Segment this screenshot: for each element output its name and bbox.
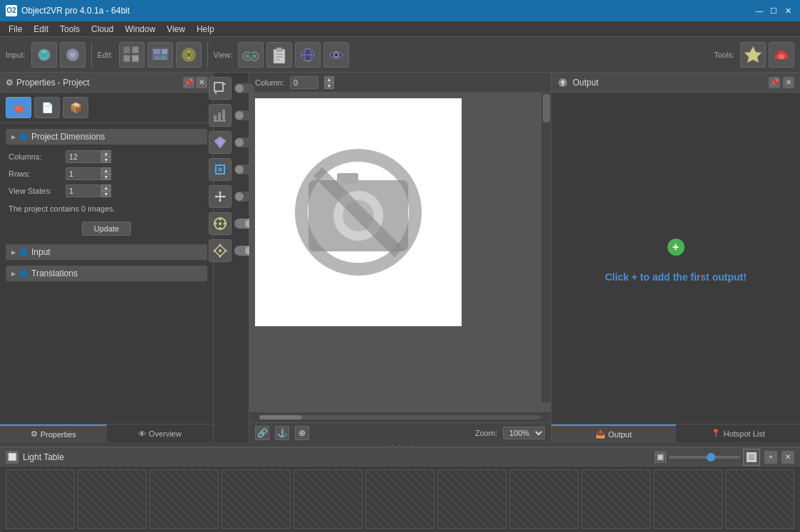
columns-spinner[interactable]: ▲ ▼	[66, 150, 111, 163]
rows-down[interactable]: ▼	[101, 174, 111, 180]
edit-grid-button[interactable]	[119, 42, 145, 68]
canvas-hscrollbar[interactable]	[249, 412, 551, 422]
menu-file[interactable]: File	[3, 23, 28, 36]
columns-input[interactable]	[66, 150, 101, 163]
tab-output[interactable]: 📤 Output	[551, 424, 676, 442]
hotspot1-tool[interactable]	[209, 212, 232, 235]
output-close-button[interactable]: ✕	[783, 77, 794, 88]
input-settings-button[interactable]	[60, 42, 85, 68]
properties-pin-button[interactable]: 📌	[183, 77, 194, 88]
overview-tab-icon: 👁	[138, 429, 146, 438]
project-dimensions-header[interactable]: ▶ Project Dimensions	[6, 129, 207, 145]
svg-point-12	[187, 53, 191, 57]
section-arrow: ▶	[11, 134, 16, 140]
light-table-cell	[509, 469, 578, 529]
tab-project[interactable]: 🫖	[6, 97, 31, 118]
tab-page[interactable]: 📄	[34, 97, 60, 118]
view-states-spinner[interactable]: ▲ ▼	[66, 184, 111, 197]
canvas-hscroll-thumb[interactable]	[259, 415, 302, 419]
diamond-tool[interactable]	[209, 131, 232, 154]
column-input[interactable]	[290, 76, 318, 89]
close-button[interactable]: ✕	[781, 4, 794, 17]
input-header[interactable]: ▶ Input	[6, 244, 207, 260]
view-states-up[interactable]: ▲	[101, 184, 111, 191]
svg-point-1	[41, 51, 47, 53]
hotspot2-tool[interactable]	[209, 239, 232, 262]
tab-properties[interactable]: ⚙ Properties	[0, 424, 107, 442]
edit-special-button[interactable]	[176, 42, 202, 68]
tools-wizard-button[interactable]	[740, 42, 766, 68]
lt-img-right[interactable]	[743, 449, 760, 466]
lt-brightness-slider[interactable]	[669, 456, 740, 459]
tools-cloud-button[interactable]	[769, 42, 794, 68]
light-table-header: ⬜ Light Table + ✕	[0, 448, 800, 466]
view-states-down[interactable]: ▼	[101, 191, 111, 197]
menu-help[interactable]: Help	[191, 23, 220, 36]
view-eye-button[interactable]	[323, 42, 349, 68]
columns-row: Columns: ▲ ▼	[6, 150, 207, 163]
view-binoculars-button[interactable]	[238, 42, 264, 68]
edit-tools	[119, 42, 202, 68]
crosshair-button[interactable]: ⊕	[295, 426, 309, 440]
input-section-arrow: ▶	[11, 249, 16, 256]
properties-tab-icon: ⚙	[31, 429, 38, 439]
canvas-vscrollbar[interactable]	[541, 93, 551, 402]
canvas-image	[255, 98, 462, 326]
anchor-button[interactable]: ⚓	[275, 426, 289, 440]
canvas-vscrollbar-thumb[interactable]	[543, 94, 550, 122]
tie-button[interactable]: 🔗	[255, 426, 269, 440]
tab-object[interactable]: 📦	[63, 97, 88, 118]
view-clipboard-button[interactable]	[266, 42, 292, 68]
crop-toggle[interactable]	[234, 83, 254, 93]
menu-view[interactable]: View	[161, 23, 191, 36]
column-down[interactable]: ▼	[324, 83, 334, 89]
properties-panel-title: ⚙ Properties - Project	[6, 78, 90, 88]
menu-cloud[interactable]: Cloud	[85, 23, 119, 36]
light-table-icon: ⬜	[6, 451, 19, 464]
add-input-button[interactable]	[31, 42, 57, 68]
svg-point-45	[219, 219, 221, 221]
work-area: ⚙ Properties - Project 📌 ✕ 🫖 📄 📦 ▶	[0, 73, 800, 442]
svg-rect-3	[123, 46, 130, 53]
output-panel-footer: 📤 Output 📍 Hotspot List	[551, 424, 800, 442]
update-button[interactable]: Update	[82, 221, 131, 236]
minimize-button[interactable]: —	[753, 4, 766, 17]
properties-close-button[interactable]: ✕	[196, 77, 207, 88]
lt-img-left[interactable]	[655, 452, 666, 463]
menu-window[interactable]: Window	[119, 23, 161, 36]
lt-collapse-button[interactable]: ✕	[781, 451, 794, 464]
hotspot1-tool-row	[209, 212, 254, 235]
columns-up[interactable]: ▲	[101, 150, 111, 157]
view-globe-button[interactable]	[295, 42, 321, 68]
crop-tool[interactable]	[209, 77, 232, 100]
tab-overview[interactable]: 👁 Overview	[107, 424, 214, 442]
levels-tool[interactable]	[209, 104, 232, 127]
svg-point-49	[219, 222, 222, 225]
maximize-button[interactable]: ☐	[767, 4, 780, 17]
diamond-tool-row	[209, 131, 254, 154]
rows-input[interactable]	[66, 167, 101, 180]
zoom-select[interactable]: 25% 50% 75% 100% 150% 200%	[503, 427, 545, 439]
properties-icon: ⚙	[6, 78, 14, 88]
move-tool[interactable]	[209, 185, 232, 208]
output-pin-button[interactable]: 📌	[769, 77, 780, 88]
move-tool-row	[209, 185, 254, 208]
canvas-container[interactable]	[249, 93, 551, 412]
menu-tools[interactable]: Tools	[54, 23, 85, 36]
svg-point-48	[223, 223, 225, 225]
column-up[interactable]: ▲	[324, 76, 334, 83]
columns-down[interactable]: ▼	[101, 157, 111, 163]
tab-hotspot-list[interactable]: 📍 Hotspot List	[676, 424, 801, 442]
edit-image-button[interactable]	[147, 42, 173, 68]
rows-up[interactable]: ▲	[101, 167, 111, 174]
rows-spinner[interactable]: ▲ ▼	[66, 167, 111, 180]
properties-header-buttons: 📌 ✕	[183, 77, 207, 88]
translations-header[interactable]: ▶ Translations	[6, 266, 207, 281]
svg-point-17	[252, 54, 256, 58]
frame-tool[interactable]	[209, 158, 232, 181]
view-states-input[interactable]	[66, 184, 101, 197]
add-output-button[interactable]: +	[667, 239, 685, 256]
menu-edit[interactable]: Edit	[28, 23, 54, 36]
svg-point-39	[218, 167, 222, 172]
lt-expand-button[interactable]: +	[764, 451, 777, 464]
